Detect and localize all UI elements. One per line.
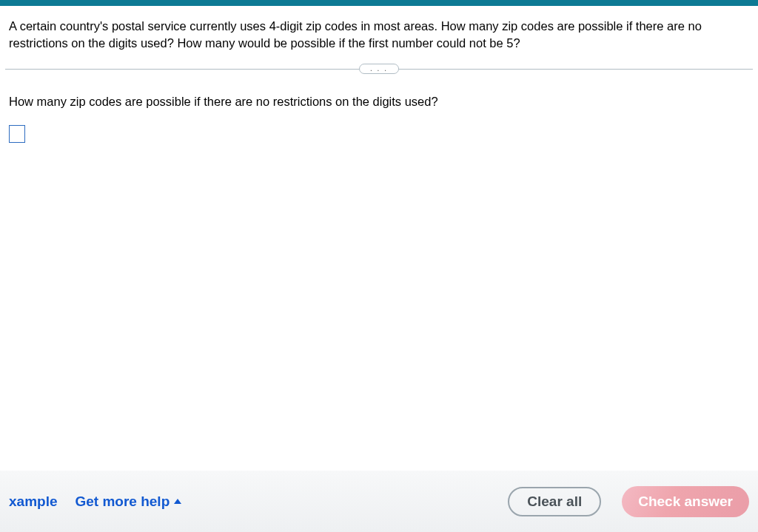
content-area: A certain country's postal service curre… xyxy=(0,6,758,152)
footer-bar: xample Get more help Clear all Check ans… xyxy=(0,471,758,532)
example-link[interactable]: xample xyxy=(9,494,57,510)
question-main-text: A certain country's postal service curre… xyxy=(9,18,749,52)
divider-expand-button[interactable]: . . . xyxy=(359,64,399,74)
get-more-help-link[interactable]: Get more help xyxy=(75,494,181,510)
get-more-help-label: Get more help xyxy=(75,494,170,510)
answer-input[interactable] xyxy=(9,125,25,143)
check-answer-button[interactable]: Check answer xyxy=(622,486,749,517)
clear-all-button[interactable]: Clear all xyxy=(508,487,601,516)
footer-right-group: Clear all Check answer xyxy=(508,486,749,517)
top-accent-bar xyxy=(0,0,758,6)
divider: . . . xyxy=(9,64,749,74)
footer-left-group: xample Get more help xyxy=(9,494,181,510)
question-sub-text: How many zip codes are possible if there… xyxy=(9,95,749,109)
caret-up-icon xyxy=(174,499,181,504)
